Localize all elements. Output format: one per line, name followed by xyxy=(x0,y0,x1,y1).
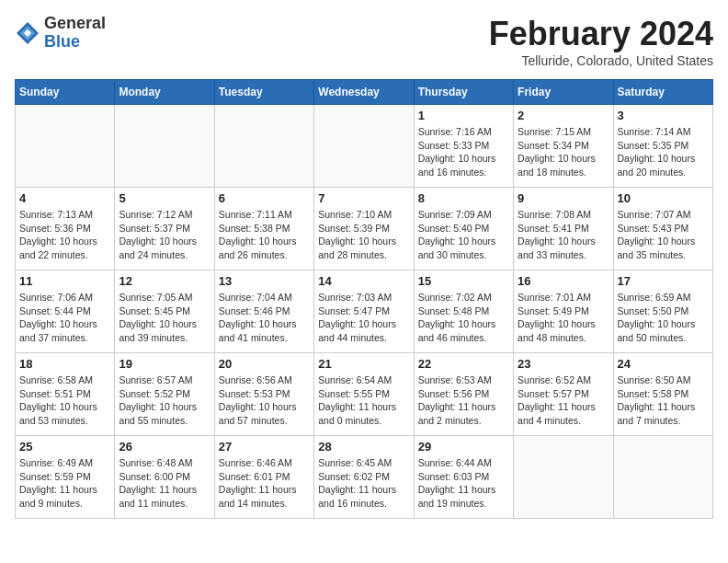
calendar-cell: 7Sunrise: 7:10 AMSunset: 5:39 PMDaylight… xyxy=(314,188,414,270)
week-row-0: 1Sunrise: 7:16 AMSunset: 5:33 PMDaylight… xyxy=(16,105,713,188)
day-number: 6 xyxy=(219,191,310,205)
calendar-cell xyxy=(214,105,313,188)
logo: General Blue xyxy=(15,15,106,52)
day-info: Sunrise: 7:15 AMSunset: 5:34 PMDaylight:… xyxy=(518,125,609,179)
calendar-cell: 9Sunrise: 7:08 AMSunset: 5:41 PMDaylight… xyxy=(514,188,613,270)
calendar-subtitle: Telluride, Colorado, United States xyxy=(489,53,713,68)
day-info: Sunrise: 7:01 AMSunset: 5:49 PMDaylight:… xyxy=(518,291,609,345)
day-number: 19 xyxy=(119,357,210,371)
day-number: 18 xyxy=(19,357,110,371)
calendar-cell: 22Sunrise: 6:53 AMSunset: 5:56 PMDayligh… xyxy=(414,353,513,436)
day-number: 3 xyxy=(618,109,709,122)
day-info: Sunrise: 7:06 AMSunset: 5:44 PMDaylight:… xyxy=(19,291,110,345)
calendar-cell xyxy=(514,436,613,519)
day-number: 4 xyxy=(19,191,110,205)
day-info: Sunrise: 6:54 AMSunset: 5:55 PMDaylight:… xyxy=(318,373,409,428)
day-info: Sunrise: 6:44 AMSunset: 6:03 PMDaylight:… xyxy=(418,456,509,511)
day-number: 12 xyxy=(119,274,210,288)
logo-icon xyxy=(15,20,40,46)
calendar-cell: 2Sunrise: 7:15 AMSunset: 5:34 PMDaylight… xyxy=(514,105,613,188)
day-number: 20 xyxy=(219,357,310,371)
day-number: 13 xyxy=(219,274,310,288)
calendar-cell: 8Sunrise: 7:09 AMSunset: 5:40 PMDaylight… xyxy=(414,188,513,270)
day-info: Sunrise: 7:05 AMSunset: 5:45 PMDaylight:… xyxy=(119,291,210,345)
day-info: Sunrise: 7:14 AMSunset: 5:35 PMDaylight:… xyxy=(618,125,709,179)
day-info: Sunrise: 6:46 AMSunset: 6:01 PMDaylight:… xyxy=(219,456,310,511)
day-info: Sunrise: 7:09 AMSunset: 5:40 PMDaylight:… xyxy=(418,208,509,262)
day-number: 15 xyxy=(418,274,509,288)
calendar-cell: 4Sunrise: 7:13 AMSunset: 5:36 PMDaylight… xyxy=(16,188,115,270)
day-number: 17 xyxy=(618,274,709,288)
day-header-friday: Friday xyxy=(514,80,613,105)
day-number: 2 xyxy=(518,109,609,122)
day-number: 28 xyxy=(318,440,409,454)
calendar-cell: 29Sunrise: 6:44 AMSunset: 6:03 PMDayligh… xyxy=(414,436,513,519)
day-number: 27 xyxy=(219,440,310,454)
day-info: Sunrise: 7:04 AMSunset: 5:46 PMDaylight:… xyxy=(219,291,310,345)
logo-general-text: General xyxy=(44,14,106,32)
day-number: 9 xyxy=(518,191,609,205)
week-row-3: 18Sunrise: 6:58 AMSunset: 5:51 PMDayligh… xyxy=(16,353,713,436)
calendar-cell: 5Sunrise: 7:12 AMSunset: 5:37 PMDaylight… xyxy=(115,188,214,270)
calendar-table: SundayMondayTuesdayWednesdayThursdayFrid… xyxy=(15,79,713,519)
day-header-tuesday: Tuesday xyxy=(214,80,313,105)
day-number: 24 xyxy=(618,357,709,371)
calendar-cell: 26Sunrise: 6:48 AMSunset: 6:00 PMDayligh… xyxy=(115,436,214,519)
logo-blue-text: Blue xyxy=(44,32,80,51)
day-info: Sunrise: 7:07 AMSunset: 5:43 PMDaylight:… xyxy=(618,208,709,262)
day-header-monday: Monday xyxy=(115,80,214,105)
day-info: Sunrise: 6:48 AMSunset: 6:00 PMDaylight:… xyxy=(119,456,210,511)
calendar-cell: 16Sunrise: 7:01 AMSunset: 5:49 PMDayligh… xyxy=(514,270,613,353)
calendar-cell: 28Sunrise: 6:45 AMSunset: 6:02 PMDayligh… xyxy=(314,436,414,519)
calendar-cell: 27Sunrise: 6:46 AMSunset: 6:01 PMDayligh… xyxy=(214,436,313,519)
header: General Blue February 2024 Telluride, Co… xyxy=(15,15,713,68)
calendar-cell: 14Sunrise: 7:03 AMSunset: 5:47 PMDayligh… xyxy=(314,270,414,353)
week-row-2: 11Sunrise: 7:06 AMSunset: 5:44 PMDayligh… xyxy=(16,270,713,353)
calendar-cell xyxy=(16,105,115,188)
day-info: Sunrise: 6:58 AMSunset: 5:51 PMDaylight:… xyxy=(19,373,110,428)
day-number: 25 xyxy=(19,440,110,454)
day-number: 1 xyxy=(418,109,509,122)
day-info: Sunrise: 6:52 AMSunset: 5:57 PMDaylight:… xyxy=(518,373,609,428)
day-info: Sunrise: 6:45 AMSunset: 6:02 PMDaylight:… xyxy=(318,456,409,511)
calendar-cell: 13Sunrise: 7:04 AMSunset: 5:46 PMDayligh… xyxy=(214,270,313,353)
calendar-cell: 25Sunrise: 6:49 AMSunset: 5:59 PMDayligh… xyxy=(16,436,115,519)
day-info: Sunrise: 6:53 AMSunset: 5:56 PMDaylight:… xyxy=(418,373,509,428)
day-number: 10 xyxy=(618,191,709,205)
calendar-cell: 18Sunrise: 6:58 AMSunset: 5:51 PMDayligh… xyxy=(16,353,115,436)
day-header-wednesday: Wednesday xyxy=(314,80,414,105)
day-number: 7 xyxy=(318,191,409,205)
calendar-cell: 24Sunrise: 6:50 AMSunset: 5:58 PMDayligh… xyxy=(613,353,712,436)
day-number: 16 xyxy=(518,274,609,288)
day-header-sunday: Sunday xyxy=(16,80,115,105)
day-info: Sunrise: 7:10 AMSunset: 5:39 PMDaylight:… xyxy=(318,208,409,262)
calendar-cell: 15Sunrise: 7:02 AMSunset: 5:48 PMDayligh… xyxy=(414,270,513,353)
day-info: Sunrise: 6:59 AMSunset: 5:50 PMDaylight:… xyxy=(618,291,709,345)
calendar-cell: 12Sunrise: 7:05 AMSunset: 5:45 PMDayligh… xyxy=(115,270,214,353)
calendar-cell: 1Sunrise: 7:16 AMSunset: 5:33 PMDaylight… xyxy=(414,105,513,188)
week-row-4: 25Sunrise: 6:49 AMSunset: 5:59 PMDayligh… xyxy=(16,436,713,519)
calendar-cell: 20Sunrise: 6:56 AMSunset: 5:53 PMDayligh… xyxy=(214,353,313,436)
day-info: Sunrise: 7:03 AMSunset: 5:47 PMDaylight:… xyxy=(318,291,409,345)
calendar-cell xyxy=(115,105,214,188)
day-number: 29 xyxy=(418,440,509,454)
logo-text: General Blue xyxy=(44,15,106,52)
calendar-cell xyxy=(613,436,712,519)
day-number: 5 xyxy=(119,191,210,205)
day-number: 21 xyxy=(318,357,409,371)
day-info: Sunrise: 7:02 AMSunset: 5:48 PMDaylight:… xyxy=(418,291,509,345)
week-row-1: 4Sunrise: 7:13 AMSunset: 5:36 PMDaylight… xyxy=(16,188,713,270)
day-number: 26 xyxy=(119,440,210,454)
day-number: 11 xyxy=(19,274,110,288)
day-info: Sunrise: 7:11 AMSunset: 5:38 PMDaylight:… xyxy=(219,208,310,262)
calendar-cell: 10Sunrise: 7:07 AMSunset: 5:43 PMDayligh… xyxy=(613,188,712,270)
day-info: Sunrise: 6:49 AMSunset: 5:59 PMDaylight:… xyxy=(19,456,110,511)
day-info: Sunrise: 6:50 AMSunset: 5:58 PMDaylight:… xyxy=(618,373,709,428)
calendar-cell xyxy=(314,105,414,188)
calendar-cell: 21Sunrise: 6:54 AMSunset: 5:55 PMDayligh… xyxy=(314,353,414,436)
day-info: Sunrise: 7:16 AMSunset: 5:33 PMDaylight:… xyxy=(418,125,509,179)
calendar-cell: 3Sunrise: 7:14 AMSunset: 5:35 PMDaylight… xyxy=(613,105,712,188)
calendar-title: February 2024 xyxy=(489,15,713,53)
day-info: Sunrise: 6:56 AMSunset: 5:53 PMDaylight:… xyxy=(219,373,310,428)
day-info: Sunrise: 7:13 AMSunset: 5:36 PMDaylight:… xyxy=(19,208,110,262)
